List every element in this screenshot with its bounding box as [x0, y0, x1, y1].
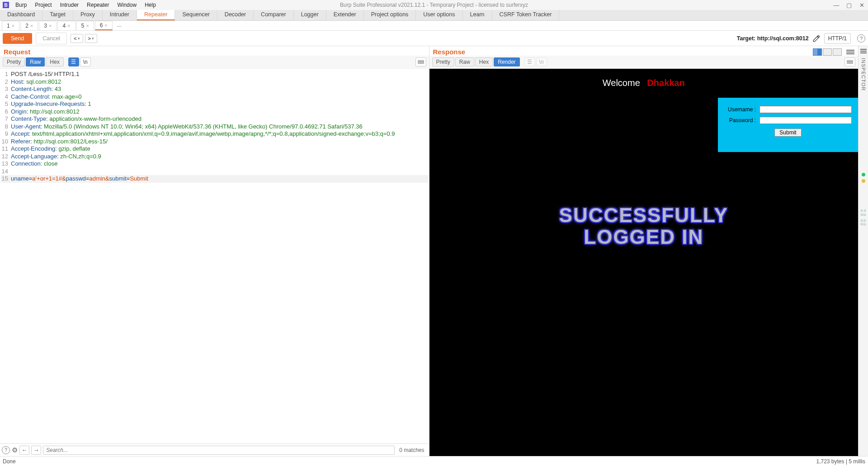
render-success-banner: SUCCESSFULLY LOGGED IN: [559, 204, 728, 248]
search-settings-icon[interactable]: ⚙: [12, 446, 18, 454]
response-tab-hex[interactable]: Hex: [475, 57, 493, 67]
status-dot-yellow-icon: [862, 179, 865, 183]
menu-project[interactable]: Project: [31, 1, 55, 9]
tab-comparer[interactable]: Comparer: [254, 10, 294, 20]
history-back-button[interactable]: <▾: [71, 34, 83, 43]
layout-horizontal-icon[interactable]: [813, 48, 822, 56]
status-left: Done: [3, 458, 16, 465]
status-dot-green-icon: [862, 173, 865, 176]
search-help-icon[interactable]: ?: [2, 446, 10, 454]
close-tab-icon[interactable]: ×: [12, 23, 14, 29]
menu-intruder[interactable]: Intruder: [57, 1, 82, 9]
menu-window[interactable]: Window: [113, 1, 140, 9]
response-title: Response: [433, 48, 466, 56]
throughput-indicator: 0.3K/s 0.0K/s: [861, 209, 866, 227]
edit-target-icon[interactable]: [812, 34, 821, 43]
maximize-icon[interactable]: ▢: [843, 2, 855, 9]
menu-repeater[interactable]: Repeater: [83, 1, 113, 9]
request-editor[interactable]: 1POST /Less-15/ HTTP/1.12Host: sql.com:8…: [0, 69, 429, 443]
request-tab-hex[interactable]: Hex: [46, 57, 63, 67]
response-tab-pretty[interactable]: Pretty: [432, 57, 454, 67]
search-matches: 0 matches: [396, 447, 427, 453]
status-bar: Done 1,723 bytes | 5 millis: [0, 456, 868, 466]
request-actions-icon[interactable]: ☰: [68, 57, 79, 67]
workspace: Request Pretty Raw Hex ☰ \n 1POST /Less-…: [0, 46, 868, 456]
send-button[interactable]: Send: [3, 33, 32, 44]
response-tab-render[interactable]: Render: [494, 57, 519, 67]
response-tab-raw[interactable]: Raw: [455, 57, 474, 67]
repeater-sub-tabs: 1 ×2 ×3 ×4 ×5 ×6 ×...: [0, 21, 868, 31]
search-next-icon[interactable]: →: [31, 446, 41, 455]
repeater-tab-6[interactable]: 6 ×: [95, 21, 113, 30]
menu-burp[interactable]: Burp: [12, 1, 30, 9]
search-input[interactable]: [43, 446, 395, 455]
request-menu-icon[interactable]: [415, 57, 426, 67]
response-view-tabs: Pretty Raw Hex Render ☰ \n: [429, 56, 859, 69]
render-password-input[interactable]: [760, 117, 852, 124]
layout-vertical-icon[interactable]: [823, 48, 832, 56]
close-tab-icon[interactable]: ×: [67, 23, 70, 29]
request-tab-raw[interactable]: Raw: [26, 57, 45, 67]
repeater-tab-2[interactable]: 2 ×: [20, 21, 38, 30]
main-tab-bar: DashboardTargetProxyIntruderRepeaterSequ…: [0, 10, 868, 21]
repeater-tab-1[interactable]: 1 ×: [2, 21, 19, 30]
repeater-tab-4[interactable]: 4 ×: [57, 21, 75, 30]
render-welcome: Welcome Dhakkan: [429, 78, 859, 88]
tab-dashboard[interactable]: Dashboard: [0, 10, 42, 20]
http-version-button[interactable]: HTTP/1: [824, 33, 851, 44]
request-tab-pretty[interactable]: Pretty: [3, 57, 25, 67]
tab-csrf-token-tracker[interactable]: CSRF Token Tracker: [492, 10, 560, 20]
request-newline-icon[interactable]: \n: [80, 57, 91, 67]
request-search-bar: ? ⚙ ← → 0 matches: [0, 443, 429, 456]
close-tab-icon[interactable]: ×: [49, 23, 52, 29]
render-password-label: Password :: [724, 117, 756, 124]
inspector-sidebar[interactable]: INSPECTOR 0.3K/s 0.0K/s: [858, 46, 868, 456]
tab-user-options[interactable]: User options: [416, 10, 462, 20]
tab-sequencer[interactable]: Sequencer: [175, 10, 217, 20]
response-panel: Response Pretty Raw Hex Render ☰ \n Welc…: [429, 46, 859, 456]
titlebar: B Burp Project Intruder Repeater Window …: [0, 0, 868, 10]
status-right: 1,723 bytes | 5 millis: [816, 458, 866, 465]
repeater-toolbar: Send Cancel <▾ >▾ Target: http://sql.com…: [0, 31, 868, 46]
response-menu-icon[interactable]: [844, 57, 855, 67]
search-prev-icon[interactable]: ←: [19, 446, 29, 455]
help-icon[interactable]: ?: [857, 34, 865, 43]
menu-bar: Burp Project Intruder Repeater Window He…: [12, 1, 160, 9]
repeater-tab-5[interactable]: 5 ×: [76, 21, 94, 30]
tab-proxy[interactable]: Proxy: [73, 10, 103, 20]
window-controls: — ▢ ✕: [830, 2, 868, 9]
close-tab-icon[interactable]: ×: [86, 23, 89, 29]
render-username-input[interactable]: [760, 106, 852, 113]
tab-repeater[interactable]: Repeater: [137, 10, 175, 20]
panel-menu-icon[interactable]: [846, 50, 854, 54]
tab-project-options[interactable]: Project options: [364, 10, 416, 20]
cancel-button[interactable]: Cancel: [36, 33, 67, 44]
render-submit-button[interactable]: Submit: [774, 128, 801, 137]
layout-combined-icon[interactable]: [833, 48, 842, 56]
render-username-label: Username :: [724, 106, 756, 113]
more-tabs-button[interactable]: ...: [113, 21, 125, 30]
tab-learn[interactable]: Learn: [463, 10, 492, 20]
target-label: Target: http://sql.com:8012: [737, 35, 809, 42]
render-login-form: Username : Password : Submit: [718, 98, 858, 152]
repeater-tab-3[interactable]: 3 ×: [39, 21, 57, 30]
response-newline-icon: \n: [536, 57, 547, 67]
tab-intruder[interactable]: Intruder: [103, 10, 137, 20]
history-forward-button[interactable]: >▾: [85, 34, 97, 43]
request-panel: Request Pretty Raw Hex ☰ \n 1POST /Less-…: [0, 46, 429, 456]
tab-logger[interactable]: Logger: [294, 10, 326, 20]
minimize-icon[interactable]: —: [830, 2, 843, 9]
close-tab-icon[interactable]: ×: [104, 23, 107, 28]
menu-help[interactable]: Help: [141, 1, 160, 9]
window-title: Burp Suite Professional v2021.12.1 - Tem…: [340, 2, 528, 8]
tab-decoder[interactable]: Decoder: [217, 10, 254, 20]
inspector-menu-icon[interactable]: [860, 49, 867, 53]
tab-extender[interactable]: Extender: [326, 10, 364, 20]
request-view-tabs: Pretty Raw Hex ☰ \n: [0, 56, 429, 69]
response-render[interactable]: Welcome Dhakkan Username : Password : Su…: [429, 69, 859, 456]
tab-target[interactable]: Target: [42, 10, 73, 20]
close-tab-icon[interactable]: ×: [30, 23, 33, 29]
inspector-label: INSPECTOR: [861, 58, 866, 91]
close-icon[interactable]: ✕: [855, 2, 868, 9]
response-actions-icon: ☰: [524, 57, 535, 67]
